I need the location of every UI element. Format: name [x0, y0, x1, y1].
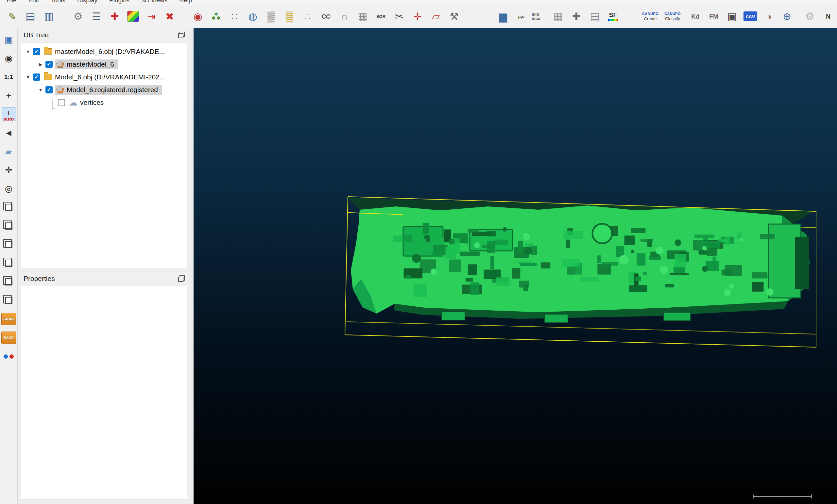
menu-item-3d-views[interactable]: 3D Views: [141, 0, 167, 5]
close-entity-button[interactable]: ⇥: [143, 7, 160, 25]
view-left-button[interactable]: [2, 238, 16, 251]
level-tool-button[interactable]: ⚒: [446, 7, 462, 25]
view-front-button[interactable]: [2, 219, 16, 233]
menu-item-plugins[interactable]: Plugins: [109, 0, 129, 5]
display-settings-button[interactable]: ⚙: [70, 7, 86, 25]
statistical-test-button[interactable]: ∩: [336, 7, 353, 25]
cloud-cloud-distance-button[interactable]: CC: [318, 7, 334, 25]
sf-gaussian-filter-button[interactable]: μ,σ: [513, 7, 530, 25]
global-zoom-button[interactable]: +: [2, 89, 16, 102]
tree-item-content[interactable]: masterModel_6.obj (D:/VRAKADE...: [42, 47, 169, 56]
tree-item-selected[interactable]: Model_6.registered.registered: [55, 85, 162, 95]
toolbar-group-right: ⚙N: [802, 7, 836, 25]
auto-pivot-button[interactable]: +auto: [2, 108, 16, 121]
tree-item[interactable]: ▶✓masterModel_6: [23, 58, 187, 71]
view-back-iso-button[interactable]: BACK: [2, 331, 16, 344]
set-color-button[interactable]: [125, 7, 141, 25]
float-panel-icon[interactable]: [178, 275, 185, 282]
visibility-checkbox[interactable]: ✓: [33, 48, 40, 55]
tree-item-selected[interactable]: masterModel_6: [55, 59, 118, 69]
menu-item-display[interactable]: Display: [77, 0, 97, 5]
expander-icon[interactable]: ▼: [23, 49, 33, 54]
open-button[interactable]: ✎: [4, 7, 20, 25]
db-tree-list: ▼✓masterModel_6.obj (D:/VRAKADE...▶✓mast…: [21, 42, 187, 109]
render-screenshot-button[interactable]: ▣: [2, 33, 16, 47]
kd-tree-button[interactable]: Kd: [687, 7, 704, 25]
visibility-checkbox[interactable]: ✓: [46, 86, 53, 93]
subsample-button[interactable]: ∷: [226, 7, 243, 25]
view-front-iso-button[interactable]: FRONT: [2, 312, 16, 326]
sf-minmax-button[interactable]: min max: [532, 7, 548, 25]
segment-button[interactable]: ✂: [391, 7, 407, 25]
main-toolbar: ✎▤▥⚙☰✚⇥✖◉⁂∷◍▒▒∴CC∩▦SOR✂✛▱⚒▆μ,σmin max▦✚▤…: [0, 5, 837, 28]
clone-button[interactable]: ◉: [190, 7, 206, 25]
plugin-settings-button[interactable]: ⚙: [802, 7, 818, 25]
menu-item-edit[interactable]: Edit: [29, 0, 39, 5]
expander-icon[interactable]: ▶: [36, 62, 46, 67]
save-all-button[interactable]: ▥: [40, 7, 57, 25]
save-button[interactable]: ▤: [22, 7, 39, 25]
mesh-icon: [56, 86, 64, 93]
window-n-label[interactable]: N: [820, 7, 836, 25]
apply-transformation-button[interactable]: ✚: [107, 7, 123, 25]
3d-viewport[interactable]: [194, 28, 837, 504]
view-bottom-button[interactable]: [2, 294, 16, 307]
csv-export-button[interactable]: csv: [742, 7, 759, 25]
tree-item[interactable]: ▼✓Model_6.obj (D:/VRAKADEMI-202...: [23, 71, 187, 83]
octree-button[interactable]: ▒: [263, 7, 279, 25]
ortho-perspective-button[interactable]: ▰: [2, 145, 16, 158]
poisson-recon-button[interactable]: ◑: [761, 7, 777, 25]
add-sf-button[interactable]: ✚: [568, 7, 585, 25]
view-back-button[interactable]: [2, 275, 16, 289]
tree-item[interactable]: ▼✓Model_6.registered.registered: [23, 83, 187, 96]
scanned-model-mesh: [348, 198, 815, 323]
viewport-canvas[interactable]: [194, 28, 837, 504]
visibility-checkbox[interactable]: ✓: [46, 61, 53, 68]
db-tree-panel: DB Tree ▼✓masterModel_6.obj (D:/VRAKADE.…: [19, 29, 189, 271]
visibility-checkbox[interactable]: ✓: [33, 74, 40, 81]
interpolate-button[interactable]: ∴: [300, 7, 316, 25]
canupo-classify-button[interactable]: CANUPOClassify: [662, 7, 683, 25]
cross-section-button[interactable]: ▱: [428, 7, 444, 25]
mesh-icon: [56, 60, 64, 68]
facets-button[interactable]: FM: [706, 7, 722, 25]
view-cube-icon: [5, 278, 13, 285]
view-right-button[interactable]: [2, 256, 16, 270]
histogram-button[interactable]: ▆: [495, 7, 511, 25]
float-panel-icon[interactable]: [178, 32, 185, 38]
view-top-button[interactable]: [2, 201, 16, 214]
show-scalar-field-button[interactable]: SF: [605, 7, 621, 25]
properties-list-button[interactable]: ☰: [88, 7, 105, 25]
view-cube-icon: [5, 204, 13, 211]
menu-item-file[interactable]: File: [6, 0, 17, 5]
camera-settings-button[interactable]: ◉: [2, 52, 16, 65]
noise-filter-button[interactable]: ▦: [354, 7, 371, 25]
merge-button[interactable]: ⁂: [208, 7, 224, 25]
folder-icon: [44, 48, 52, 55]
pivot-visibility-button[interactable]: ✛: [2, 163, 16, 177]
delete-button[interactable]: ✖: [161, 7, 178, 25]
zoom-1-1-button[interactable]: 1:1: [2, 70, 16, 84]
expander-icon[interactable]: ▼: [23, 74, 33, 80]
compute-normals-button[interactable]: ◍: [245, 7, 261, 25]
tree-item-content[interactable]: Model_6.obj (D:/VRAKADEMI-202...: [42, 72, 169, 82]
sor-filter-button[interactable]: SOR: [373, 7, 389, 25]
global-shift-button[interactable]: ⊕: [779, 7, 795, 25]
menu-item-help[interactable]: Help: [179, 0, 192, 5]
tree-item[interactable]: ☁vertices: [23, 96, 187, 109]
zoom-on-selection-button[interactable]: ◎: [2, 182, 16, 195]
visibility-checkbox[interactable]: [58, 99, 65, 106]
pick-rotation-center-button[interactable]: ◄: [2, 126, 16, 140]
stereo-mode-button[interactable]: [2, 350, 16, 363]
translate-rotate-button[interactable]: ✛: [409, 7, 426, 25]
tree-item-content[interactable]: ☁vertices: [67, 98, 108, 108]
canupo-create-button[interactable]: CANUPOCreate: [640, 7, 660, 25]
menu-item-tools[interactable]: Tools: [51, 0, 65, 5]
tree-item-label: masterModel_6: [67, 60, 114, 68]
expander-icon[interactable]: ▼: [36, 87, 46, 92]
sf-filter-button[interactable]: ▦: [550, 7, 566, 25]
tree-item[interactable]: ▼✓masterModel_6.obj (D:/VRAKADE...: [23, 45, 187, 58]
sample-points-button[interactable]: ▒: [281, 7, 298, 25]
m3c2-button[interactable]: ▣: [724, 7, 740, 25]
sf-arithmetic-button[interactable]: ▤: [587, 7, 603, 25]
